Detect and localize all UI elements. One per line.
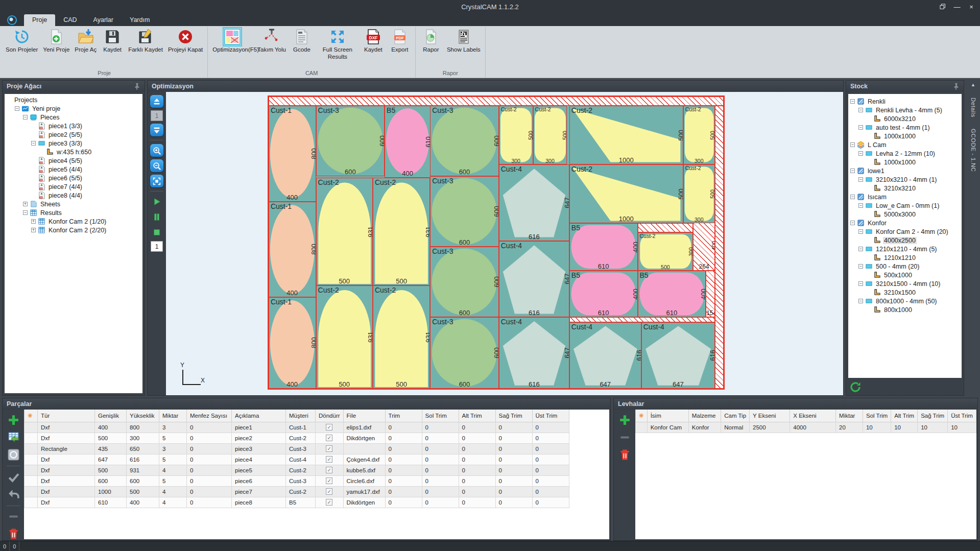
project-tree-item-projects[interactable]: Projects xyxy=(5,95,142,104)
dash-button[interactable] xyxy=(7,510,20,523)
tree-expander[interactable]: − xyxy=(858,281,863,286)
dash-button[interactable] xyxy=(618,431,631,444)
collapse-panel-icon[interactable]: ▲ xyxy=(970,81,976,88)
stock-tree-item-800x1000[interactable]: 800x1000 xyxy=(848,305,962,314)
tree-expander[interactable]: − xyxy=(850,169,855,173)
tree-expander[interactable]: − xyxy=(31,141,36,146)
parcalar-col-sa-trim[interactable]: Sağ Trim xyxy=(495,410,532,422)
circle-btn-button[interactable] xyxy=(7,448,20,461)
levhalar-col-miktar[interactable]: Miktar xyxy=(836,410,863,422)
stop-button[interactable] xyxy=(150,226,163,238)
levhalar-col-sa-trim[interactable]: Sağ Trim xyxy=(918,410,948,422)
stock-tree-item-levha-2-12mm-10[interactable]: −Levha 2 - 12mm (10) xyxy=(848,149,962,158)
cut-piece-cust-3[interactable]: Cust-3600600 xyxy=(430,106,499,176)
menu-tab-proje[interactable]: Proje xyxy=(24,14,55,26)
page-up-button[interactable] xyxy=(150,95,163,108)
plus-button[interactable] xyxy=(618,414,631,426)
zoom-out-button[interactable] xyxy=(150,159,163,172)
cut-piece-cust-2[interactable]: Cust-2300500 xyxy=(533,106,567,164)
project-tree-item-yeni-proje[interactable]: −Yeni proje xyxy=(5,104,142,113)
pin-icon[interactable] xyxy=(952,83,960,90)
ribbon-optimizasyon-f5-button[interactable]: Optimizasyon(F5) xyxy=(210,27,255,69)
tree-expander[interactable]: − xyxy=(858,151,863,156)
cut-piece-cust-3[interactable]: Cust-3600600 xyxy=(430,247,499,317)
cut-piece-cust-2[interactable]: Cust-21000500 xyxy=(569,164,683,223)
levhalar-col-y-ekseni[interactable]: Y Ekseni xyxy=(750,410,790,422)
rotate-checkbox[interactable]: ✓ xyxy=(326,467,332,473)
undo-button[interactable] xyxy=(7,488,20,501)
cut-piece-cust-3[interactable]: Cust-3600600 xyxy=(430,317,499,389)
cut-piece-cust-2[interactable]: Cust-2300500 xyxy=(499,106,533,164)
stock-tree-item-3210x3210[interactable]: 3210x3210 xyxy=(848,184,962,193)
parcalar-col-a-klama[interactable]: Açıklama xyxy=(232,410,286,422)
tree-expander[interactable]: − xyxy=(858,125,863,130)
parcalar-col-geni-lik[interactable]: Genişlik xyxy=(95,410,127,422)
parcalar-row[interactable]: Dxf64761650piece4Cust-4✓Çokgen4.dxf00000 xyxy=(25,454,569,465)
menu-tab-ayarlar[interactable]: Ayarlar xyxy=(85,14,122,26)
parcalar-row[interactable]: Rectangle43565030piece3Cust-3✓00000 xyxy=(25,443,569,454)
parcalar-col-sol-trim[interactable]: Sol Trim xyxy=(422,410,459,422)
stock-tree-item-3210x3210-4mm-1[interactable]: −3210x3210 - 4mm (1) xyxy=(848,175,962,184)
stock-tree-item-6000x3210[interactable]: 6000x3210 xyxy=(848,114,962,123)
cut-piece-cust-2[interactable]: Cust-2500931 xyxy=(316,285,373,389)
stock-tree-item-500-4mm-20[interactable]: −500 - 4mm (20) xyxy=(848,262,962,271)
ribbon-kaydet-button[interactable]: DXFKaydet xyxy=(360,27,387,69)
rotate-checkbox[interactable]: ✓ xyxy=(326,499,332,506)
ribbon-full-screen-results-button[interactable]: Full Screen Results xyxy=(315,27,360,69)
cut-piece-cust-2[interactable]: Cust-2300500 xyxy=(683,106,715,164)
ribbon-show-labels-button[interactable]: Show Labels xyxy=(444,27,483,69)
stock-tree-item-konfor-cam-2-4mm-20[interactable]: −Konfor Cam 2 - 4mm (20) xyxy=(848,227,962,236)
stock-tree-item-3210x1500-4mm-10[interactable]: −3210x1500 - 4mm (10) xyxy=(848,279,962,288)
stock-tree-item-800x1000-4mm-50[interactable]: −800x1000 - 4mm (50) xyxy=(848,297,962,305)
project-tree-item-piece1-3-3[interactable]: piece1 (3/3) xyxy=(5,122,142,130)
ribbon-gcode-button[interactable]: Gcode xyxy=(289,27,315,69)
parcalar-row[interactable]: Dxf50093140piece5Cust-2✓kubbe5.dxf00000 xyxy=(25,465,569,475)
rotate-checkbox[interactable]: ✓ xyxy=(326,424,332,430)
tree-expander[interactable]: − xyxy=(850,142,855,147)
parcalar-col-y-kseklik[interactable]: Yükseklik xyxy=(127,410,159,422)
ribbon-tak-m-yolu-button[interactable]: Takım Yolu xyxy=(255,27,289,69)
levhalar-col-i-sim[interactable]: İsim xyxy=(647,410,688,422)
tree-expander[interactable]: − xyxy=(850,195,855,199)
tree-expander[interactable]: − xyxy=(858,203,863,208)
stock-tree-item-4000x2500[interactable]: 4000x2500 xyxy=(848,236,962,245)
stock-tree-item-1000x1000[interactable]: 1000x1000 xyxy=(848,132,962,140)
project-tree-item-sheets[interactable]: +Sheets xyxy=(5,200,142,208)
ribbon-projeyi-kapat-button[interactable]: Projeyi Kapat xyxy=(165,27,205,69)
levhalar-col-sol-trim[interactable]: Sol Trim xyxy=(863,410,891,422)
parcalar-col-st-trim[interactable]: Üst Trim xyxy=(532,410,569,422)
cut-piece-cust-1[interactable]: Cust-1400800 xyxy=(269,202,316,297)
levhalar-row[interactable]: Konfor CamKonforNormal250040002010101010 xyxy=(636,422,976,433)
parcalar-row[interactable]: Dxf50030050piece2Cust-2✓Dikdörtgen00000 xyxy=(25,433,569,443)
parcalar-col-miktar[interactable]: Miktar xyxy=(159,410,187,422)
parcalar-col-t-r[interactable]: Tür xyxy=(38,410,95,422)
cut-piece-cust-4[interactable]: Cust-4647616 xyxy=(641,322,715,389)
project-tree-item-piece8-4-4[interactable]: piece8 (4/4) xyxy=(5,191,142,200)
parcalar-row[interactable]: Dxf61040040piece8B5✓Dikdörtgen00000 xyxy=(25,497,569,508)
trash-button[interactable] xyxy=(618,448,631,461)
project-tree-item-piece2-5-5[interactable]: piece2 (5/5) xyxy=(5,130,142,139)
close-icon[interactable]: × xyxy=(968,3,975,10)
trash-button[interactable] xyxy=(7,528,20,540)
rotate-checkbox[interactable]: ✓ xyxy=(326,488,332,495)
plus-button[interactable] xyxy=(7,414,20,426)
page-down-button[interactable] xyxy=(150,124,163,136)
levhalar-col-x-ekseni[interactable]: X Ekseni xyxy=(790,410,836,422)
project-tree-item-piece5-4-4[interactable]: piece5 (4/4) xyxy=(5,165,142,174)
ribbon-farkl-kaydet-button[interactable]: Farklı Kaydet xyxy=(126,27,165,69)
layout-canvas[interactable]: 264400154Cust-1400800Cust-1400800Cust-14… xyxy=(166,92,843,395)
cut-piece-b5[interactable]: B5610400 xyxy=(638,271,706,317)
tree-expander[interactable]: + xyxy=(23,202,28,206)
stock-tree-item-3210x1500[interactable]: 3210x1500 xyxy=(848,288,962,297)
tree-expander[interactable]: − xyxy=(858,247,863,251)
project-tree-item-piece4-5-5[interactable]: piece4 (5/5) xyxy=(5,156,142,165)
tree-expander[interactable]: + xyxy=(31,219,36,224)
tree-expander[interactable]: − xyxy=(15,106,19,111)
parcalar-col-file[interactable]: File xyxy=(343,410,385,422)
parcalar-col-trim[interactable]: Trim xyxy=(385,410,422,422)
tree-expander[interactable]: − xyxy=(850,221,855,225)
levhalar-col-alt-trim[interactable]: Alt Trim xyxy=(891,410,918,422)
parcalar-row[interactable]: Dxf60060050piece6Cust-3✓Circle6.dxf00000 xyxy=(25,475,569,486)
stock-tree-item-5000x3000[interactable]: 5000x3000 xyxy=(848,210,962,219)
refresh-icon[interactable] xyxy=(849,381,862,393)
